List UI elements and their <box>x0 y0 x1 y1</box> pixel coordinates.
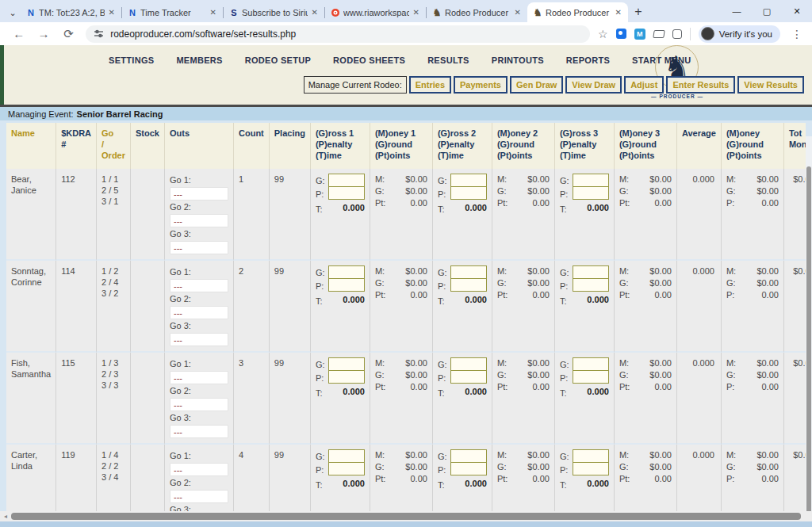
maximize-button[interactable]: ▢ <box>752 0 782 22</box>
browser-menu-button[interactable]: ⋮ <box>791 28 802 40</box>
tab-close-icon[interactable]: ✕ <box>107 8 117 17</box>
go-1-input[interactable] <box>170 187 228 200</box>
back-button[interactable]: ← <box>10 27 28 40</box>
gross-2-input[interactable] <box>450 357 487 371</box>
forward-button[interactable]: → <box>34 27 52 40</box>
go-2-input[interactable] <box>170 306 228 319</box>
close-button[interactable]: ✕ <box>782 0 812 22</box>
gross-1-input[interactable] <box>328 174 365 187</box>
cell-outs: Go 1: Go 2: Go 3: <box>165 261 234 353</box>
bookmark-star-icon[interactable]: ☆ <box>598 28 608 40</box>
adjust-button[interactable]: Adjust <box>624 76 664 94</box>
horizontal-scrollbar-thumb[interactable] <box>11 513 801 520</box>
column-header-name[interactable]: Name <box>6 123 56 169</box>
nav-link-printouts[interactable]: PRINTOUTS <box>492 55 544 65</box>
tab[interactable]: NTime Tracker✕ <box>122 2 223 22</box>
gen-draw-button[interactable]: Gen Draw <box>510 76 563 94</box>
minimize-button[interactable]: — <box>722 0 752 22</box>
view-results-button[interactable]: View Results <box>737 76 804 94</box>
tab-close-icon[interactable]: ✕ <box>614 8 623 17</box>
money-1-value: $0.00 <box>405 265 427 277</box>
enter-results-button[interactable]: Enter Results <box>666 76 735 94</box>
penalty-1-input[interactable] <box>328 278 365 292</box>
tab[interactable]: www.riaworkspace.com: O✕ <box>325 2 426 22</box>
penalty-1-input[interactable] <box>328 370 365 384</box>
tab-close-icon[interactable]: ✕ <box>310 8 320 17</box>
site-settings-icon[interactable] <box>94 29 104 39</box>
payments-button[interactable]: Payments <box>454 76 508 94</box>
go-3-input[interactable] <box>170 241 228 254</box>
nav-link-rodeo-setup[interactable]: RODEO SETUP <box>245 55 311 65</box>
column-header--g-ross-3: (G)ross 3(P)enalty(T)ime <box>555 123 615 169</box>
cell-tot-money: $0.00 <box>784 445 806 511</box>
cell-money-2: M:$0.00 G:$0.00 Pt:0.00 <box>492 353 555 445</box>
tab-search-icon[interactable]: ⌄ <box>5 3 21 22</box>
gross-3-input[interactable] <box>573 265 609 279</box>
go-3-input[interactable] <box>170 333 228 346</box>
penalty-3-input[interactable] <box>573 186 609 200</box>
gross-2-input[interactable] <box>450 449 487 463</box>
tab[interactable]: SSubscribe to SiriusXM✕ <box>224 2 324 22</box>
go-1-input[interactable] <box>170 279 228 292</box>
nav-link-results[interactable]: RESULTS <box>427 55 469 65</box>
view-draw-button[interactable]: View Draw <box>565 76 622 94</box>
penalty-1-input[interactable] <box>328 462 365 475</box>
vertical-scrollbar-thumb[interactable] <box>806 166 811 515</box>
go-3-input[interactable] <box>170 425 228 438</box>
tab-title: Rodeo Producer - Advance <box>445 8 511 17</box>
entries-button[interactable]: Entries <box>409 76 451 94</box>
penalty-2-input[interactable] <box>450 370 487 384</box>
tab-close-icon[interactable]: ✕ <box>412 8 421 17</box>
final-ground-value: $0.00 <box>756 185 779 197</box>
nav-link-rodeo-sheets[interactable]: RODEO SHEETS <box>333 55 405 65</box>
address-bar[interactable]: rodeoproducer.com/software/set-results.p… <box>86 25 590 43</box>
tab[interactable]: ♞Rodeo Producer - Advance✕ <box>427 2 527 22</box>
app-header: SETTINGSMEMBERSRODEO SETUPRODEO SHEETSRE… <box>0 45 812 105</box>
penalty-2-input[interactable] <box>450 278 487 292</box>
cell-money-final: M:$0.00 G:$0.00 P:0.00 <box>722 353 784 445</box>
wallet-extension-icon[interactable] <box>653 30 665 38</box>
cell-outs: Go 1: Go 2: Go 3: <box>165 445 234 511</box>
cell-average: 0.000 <box>677 261 722 353</box>
gross-1-input[interactable] <box>328 265 365 279</box>
gross-1-input[interactable] <box>328 357 365 371</box>
extensions-icon[interactable] <box>672 29 682 39</box>
gross-2-input[interactable] <box>450 265 487 279</box>
nav-link-reports[interactable]: REPORTS <box>566 55 610 65</box>
penalty-3-input[interactable] <box>573 462 609 475</box>
time-3-value: 0.000 <box>573 294 609 307</box>
penalty-1-input[interactable] <box>328 186 365 200</box>
cell-money-final: M:$0.00 G:$0.00 P:0.00 <box>722 445 784 511</box>
go-2-input[interactable] <box>170 490 228 503</box>
column-header-go[interactable]: Go/Order <box>97 123 131 169</box>
gross-1-input[interactable] <box>328 449 365 463</box>
nav-link-settings[interactable]: SETTINGS <box>109 55 154 65</box>
penalty-2-input[interactable] <box>450 462 487 475</box>
go-1-input[interactable] <box>170 371 228 384</box>
gross-2-input[interactable] <box>450 174 487 187</box>
penalty-3-input[interactable] <box>573 370 609 384</box>
nav-link-members[interactable]: MEMBERS <box>176 55 222 65</box>
penalty-2-input[interactable] <box>450 186 487 200</box>
go-1-input[interactable] <box>170 463 228 476</box>
vertical-scrollbar[interactable] <box>806 136 812 521</box>
new-tab-button[interactable]: + <box>628 2 649 21</box>
tab[interactable]: NTM: Tot:23 A:2, B:9, C:9, D:2✕ <box>21 2 121 22</box>
profile-chip[interactable]: Verify it's you <box>699 25 780 43</box>
gross-3-input[interactable] <box>573 174 609 187</box>
tab-close-icon[interactable]: ✕ <box>513 8 523 17</box>
column-header-count: Count <box>234 123 270 169</box>
go-2-input[interactable] <box>170 214 228 227</box>
horizontal-scrollbar[interactable]: ◂ <box>0 511 812 521</box>
scroll-left-arrow-icon[interactable]: ◂ <box>0 513 11 520</box>
mail-extension-icon[interactable]: M <box>634 29 645 40</box>
go-2-input[interactable] <box>170 398 228 411</box>
tag-extension-icon[interactable] <box>616 29 626 39</box>
tab-close-icon[interactable]: ✕ <box>209 8 218 17</box>
tab[interactable]: ♞Rodeo Producer - Enter Re✕ <box>527 2 628 22</box>
profile-label: Verify it's you <box>719 29 772 39</box>
reload-button[interactable]: ⟳ <box>59 27 78 41</box>
gross-3-input[interactable] <box>573 449 609 463</box>
gross-3-input[interactable] <box>573 357 609 371</box>
penalty-3-input[interactable] <box>573 278 609 292</box>
